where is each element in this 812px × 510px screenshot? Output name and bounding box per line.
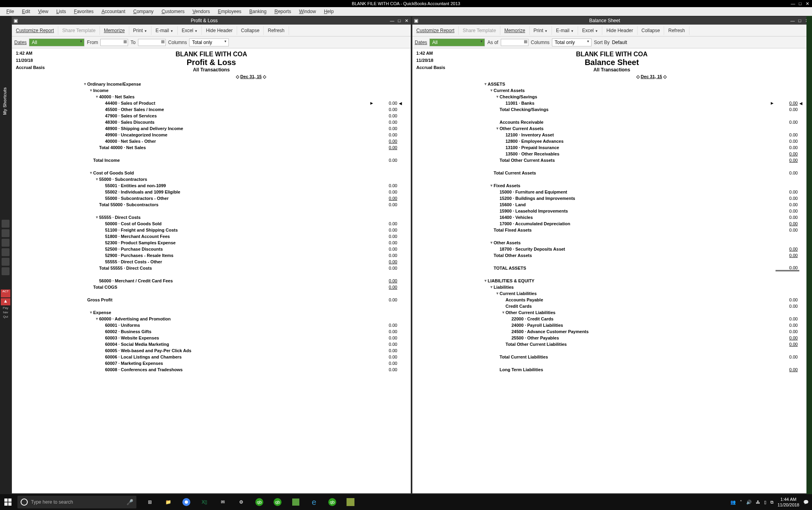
customize-report-button[interactable]: Customize Report	[12, 26, 58, 35]
report-row[interactable]: ▼55555 · Direct Costs	[20, 214, 403, 220]
shortcut-icon[interactable]	[2, 220, 10, 228]
twisty-icon[interactable]: ▼	[484, 279, 488, 283]
report-row[interactable]	[420, 233, 803, 240]
settings-icon[interactable]: ⚙	[236, 497, 247, 508]
menu-window[interactable]: Window	[295, 9, 320, 14]
report-row[interactable]: Long Term Liabilities0.00	[420, 366, 803, 373]
report-row[interactable]: 55001 · Entities and non-10990.00	[20, 182, 403, 189]
report-row[interactable]: 51100 · Freight and Shipping Costs0.00	[20, 227, 403, 233]
chevron-up-icon[interactable]: ˄	[740, 500, 742, 505]
report-row[interactable]: ▼Cost of Goods Sold	[20, 170, 403, 176]
dates-select[interactable]: All	[29, 38, 84, 46]
menu-reports[interactable]: Reports	[270, 9, 295, 14]
quickbooks-icon[interactable]: qb	[254, 497, 265, 508]
report-row[interactable]: 24000 · Payroll Liabilities0.00	[420, 322, 803, 328]
report-row[interactable]: 24500 · Advance Customer Payments0.00	[420, 328, 803, 335]
report-row[interactable]: Total Other Assets0.00	[420, 252, 803, 259]
share-template-button[interactable]: Share Template	[58, 26, 100, 35]
hide-header-button[interactable]: Hide Header	[202, 26, 237, 35]
twisty-icon[interactable]: ▼	[89, 311, 93, 314]
clock[interactable]: 1:44 AM 11/20/2018	[778, 497, 799, 508]
menu-customers[interactable]: Customers	[157, 9, 188, 14]
report-row[interactable]: ▼LIABILITIES & EQUITY	[420, 278, 803, 284]
report-row[interactable]: 45500 · Other Sales / Income0.00	[20, 106, 403, 113]
report-row[interactable]	[420, 347, 803, 354]
excel-button[interactable]: Excel▼	[178, 26, 202, 35]
report-row[interactable]	[20, 208, 403, 214]
notifications-icon[interactable]: 💬	[803, 500, 809, 505]
menu-edit[interactable]: Edit	[18, 9, 34, 14]
report-row[interactable]: 12800 · Employee Advances0.00	[420, 138, 803, 144]
report-row[interactable]: Gross Profit0.00	[20, 297, 403, 303]
report-row[interactable]: ▼Other Assets	[420, 240, 803, 246]
shortcut-icon[interactable]	[2, 258, 10, 266]
microphone-icon[interactable]: 🎤	[126, 499, 133, 505]
report-row[interactable]: Accounts Receivable0.00	[420, 119, 803, 125]
report-row[interactable]: ▼Expense	[20, 309, 403, 316]
start-button[interactable]	[0, 494, 16, 510]
window-maximize-button[interactable]: □	[396, 18, 402, 23]
report-row[interactable]: 22000 · Credit Cards0.00	[420, 316, 803, 322]
report-row[interactable]: 17000 · Accumulated Depreciation0.00	[420, 220, 803, 227]
report-row[interactable]: 15200 · Buildings and Improvements0.00	[420, 195, 803, 201]
memorize-button[interactable]: Memorize	[100, 26, 129, 35]
report-row[interactable]: Total Other Current Assets0.00	[420, 157, 803, 163]
from-date-input[interactable]	[100, 39, 128, 46]
report-row[interactable]: 60002 · Business Gifts0.00	[20, 328, 403, 335]
report-row[interactable]: Total 40000 · Net Sales0.00	[20, 144, 403, 151]
window-icon[interactable]: ▣	[13, 18, 19, 23]
report-row[interactable]	[20, 303, 403, 309]
quickbooks-icon[interactable]: qb	[272, 497, 283, 508]
twisty-icon[interactable]: ▼	[496, 291, 500, 295]
shortcut-icon[interactable]	[2, 239, 10, 247]
collapse-button[interactable]: Collapse	[638, 26, 665, 35]
report-row[interactable]: Total 55000 · Subcontractors0.00	[20, 201, 403, 208]
tray-icon[interactable]: ▯	[764, 500, 766, 505]
twisty-icon[interactable]: ▼	[89, 171, 93, 175]
report-row[interactable]: ▼Current Liabilities	[420, 290, 803, 297]
report-row[interactable]: ▼60000 · Advertising and Promotion	[20, 316, 403, 322]
menu-vendors[interactable]: Vendors	[188, 9, 214, 14]
chrome-icon[interactable]	[181, 497, 192, 508]
twisty-icon[interactable]: ▼	[490, 184, 494, 188]
twisty-icon[interactable]: ▼	[95, 177, 99, 181]
people-icon[interactable]: 👥	[730, 500, 736, 505]
volume-icon[interactable]: 🔊	[746, 500, 752, 505]
report-row[interactable]: Total Current Liabilities0.00	[420, 354, 803, 360]
refresh-button[interactable]: Refresh	[664, 26, 689, 35]
report-row[interactable]: Credit Cards0.00	[420, 303, 803, 309]
customize-report-button[interactable]: Customize Report	[412, 26, 459, 35]
print-button[interactable]: Print▼	[129, 26, 152, 35]
app-icon[interactable]	[345, 497, 356, 508]
twisty-icon[interactable]: ▼	[484, 82, 488, 86]
network-icon[interactable]: 🖧	[756, 500, 760, 504]
report-row[interactable]: 60008 · Conferences and Tradeshows0.00	[20, 366, 403, 373]
minimize-button[interactable]: —	[790, 0, 796, 6]
act-badge[interactable]: ACT	[1, 290, 10, 297]
window-maximize-button[interactable]: □	[797, 18, 802, 23]
report-row[interactable]	[420, 360, 803, 366]
report-row[interactable]	[20, 290, 403, 297]
columns-select[interactable]: Total only	[552, 38, 592, 46]
report-row[interactable]: 60007 · Marketing Expenses0.00	[20, 360, 403, 366]
report-row[interactable]: 55002 · Individuals and 1099 Eligible0.0…	[20, 189, 403, 195]
report-row[interactable]: 40000 · Net Sales - Other0.00	[20, 138, 403, 144]
report-row[interactable]: Total Checking/Savings0.00	[420, 106, 803, 113]
hide-header-button[interactable]: Hide Header	[602, 26, 637, 35]
report-row[interactable]	[420, 113, 803, 119]
excel-button[interactable]: Excel▼	[578, 26, 602, 35]
report-body[interactable]: ▼ASSETS▼Current Assets▼Checking/Savings1…	[412, 80, 811, 493]
report-row[interactable]: 52900 · Purchases - Resale Items0.00	[20, 252, 403, 259]
task-view-icon[interactable]: ⊞	[144, 497, 155, 508]
report-row[interactable]: 60006 · Local Listings and Chambers0.00	[20, 354, 403, 360]
report-row[interactable]: 52300 · Product Samples Expense0.00	[20, 240, 403, 246]
twisty-icon[interactable]: ▼	[89, 88, 93, 92]
menu-view[interactable]: View	[34, 9, 52, 14]
report-row[interactable]: ▼55000 · Subcontractors	[20, 176, 403, 182]
menu-lists[interactable]: Lists	[52, 9, 70, 14]
report-row[interactable]: ▼Fixed Assets	[420, 182, 803, 189]
twisty-icon[interactable]: ▼	[502, 311, 506, 314]
report-row[interactable]	[20, 163, 403, 170]
menu-file[interactable]: File	[2, 9, 18, 14]
report-row[interactable]: Accounts Payable0.00	[420, 297, 803, 303]
